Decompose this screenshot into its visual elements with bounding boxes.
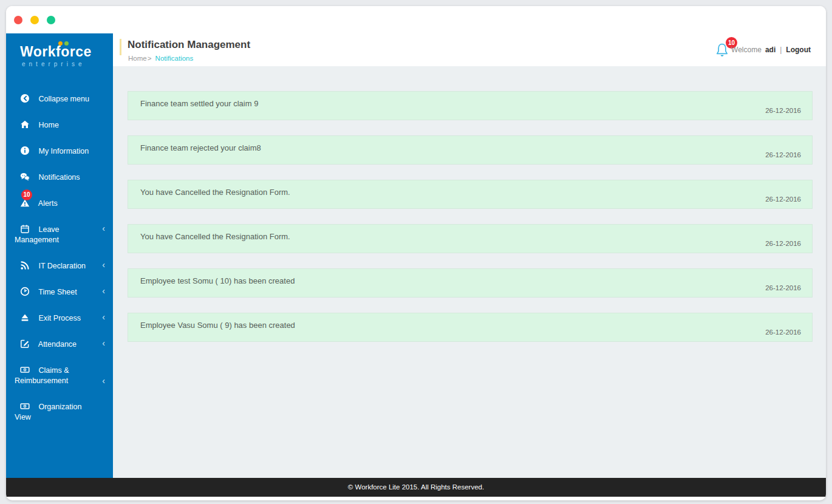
sidebar-item-label: Home (38, 121, 58, 129)
notification-card[interactable]: Finance team settled your claim 9 26-12-… (128, 91, 813, 120)
sidebar-item-it-declaration[interactable]: IT Declaration ‹ (6, 253, 113, 279)
sidebar: Workforce enterprise Collapse menu Home … (6, 33, 113, 478)
sidebar-item-label: My Information (38, 147, 89, 155)
sidebar-item-home[interactable]: Home (6, 112, 113, 138)
app-header: Notification Management Home> Notificati… (113, 33, 826, 66)
notification-message: You have Cancelled the Resignation Form. (140, 188, 290, 197)
sidebar-item-notifications[interactable]: Notifications (6, 164, 113, 190)
collapse-icon (20, 94, 30, 103)
chevron-left-icon: ‹ (102, 312, 105, 322)
notification-date: 26-12-2016 (765, 329, 801, 336)
sidebar-item-time-sheet[interactable]: Time Sheet ‹ (6, 279, 113, 305)
sidebar-item-label: Time Sheet (38, 288, 77, 296)
notification-card[interactable]: Finance team rejected your claim8 26-12-… (128, 135, 813, 165)
welcome-label: Welcome (731, 46, 762, 54)
clock-icon (20, 287, 30, 296)
notification-message: You have Cancelled the Resignation Form. (140, 232, 290, 241)
minimize-window-button[interactable] (30, 16, 39, 24)
info-icon (20, 146, 30, 155)
sidebar-item-label: Collapse menu (38, 95, 89, 103)
notification-message: Finance team rejected your claim8 (140, 143, 261, 152)
logo-orange-dot-icon (58, 41, 63, 46)
notification-card[interactable]: You have Cancelled the Resignation Form.… (128, 224, 813, 253)
notification-date: 26-12-2016 (765, 196, 801, 203)
chevron-left-icon: ‹ (102, 223, 105, 234)
username-link[interactable]: adi (765, 46, 776, 54)
notification-card[interactable]: Employee Vasu Somu ( 9) has been created… (128, 313, 813, 342)
notification-bell-button[interactable]: 10 (714, 42, 732, 61)
sidebar-menu: Collapse menu Home My Information Notifi… (6, 86, 113, 430)
breadcrumb-current[interactable]: Notifications (155, 55, 194, 62)
notification-message: Employee Vasu Somu ( 9) has been created (140, 321, 295, 330)
logo-text: Workforce (20, 44, 92, 60)
sidebar-item-label: Alerts (38, 199, 58, 208)
breadcrumb-separator: > (148, 55, 152, 62)
home-icon (20, 120, 30, 129)
notification-message: Employee test Somu ( 10) has been create… (140, 276, 295, 285)
notification-date: 26-12-2016 (765, 284, 801, 291)
alerts-badge: 10 (21, 189, 32, 200)
sidebar-item-alerts[interactable]: 10 Alerts (6, 190, 113, 216)
sidebar-item-collapse-menu[interactable]: Collapse menu (6, 86, 113, 112)
notification-card[interactable]: Employee test Somu ( 10) has been create… (128, 268, 813, 298)
sidebar-item-leave-management[interactable]: Leave Management ‹ (6, 216, 113, 253)
logo-tagline: enterprise (22, 61, 113, 67)
copyright-text: © Workforce Lite 2015. All Rights Reserv… (348, 483, 484, 491)
maximize-window-button[interactable] (47, 16, 55, 24)
sidebar-item-claims-reimbursement[interactable]: Claims & Reimbursement ‹ (6, 357, 113, 393)
sidebar-item-label: IT Declaration (38, 262, 86, 270)
sidebar-item-organization-view[interactable]: Organization View (6, 393, 113, 430)
money-icon (20, 401, 30, 411)
app-footer: © Workforce Lite 2015. All Rights Reserv… (6, 478, 826, 497)
sidebar-item-exit-process[interactable]: Exit Process ‹ (6, 305, 113, 331)
notification-date: 26-12-2016 (765, 107, 801, 114)
notification-list: Finance team settled your claim 9 26-12-… (113, 66, 826, 342)
notification-card[interactable]: You have Cancelled the Resignation Form.… (128, 180, 813, 209)
page-title: Notification Management (128, 39, 250, 51)
logo-green-dot-icon (64, 41, 69, 46)
sidebar-item-label: Exit Process (38, 314, 80, 322)
calendar-icon (20, 224, 30, 234)
window-chrome (6, 6, 826, 33)
notification-message: Finance team settled your claim 9 (140, 99, 258, 108)
sidebar-item-label: Attendance (38, 340, 77, 349)
user-area: Welcome adi | Logout (731, 33, 811, 66)
eject-icon (20, 313, 30, 322)
browser-window: Workforce enterprise Collapse menu Home … (6, 6, 826, 500)
chevron-left-icon: ‹ (102, 286, 105, 296)
chevron-left-icon: ‹ (102, 260, 105, 270)
sidebar-item-label: Notifications (38, 173, 80, 182)
main-content: Finance team settled your claim 9 26-12-… (113, 66, 826, 478)
chevron-left-icon: ‹ (102, 338, 105, 349)
money-icon (20, 365, 30, 375)
sidebar-item-my-information[interactable]: My Information (6, 138, 113, 164)
user-divider: | (780, 46, 782, 54)
notification-date: 26-12-2016 (765, 151, 801, 158)
logo: Workforce enterprise (6, 33, 113, 67)
rss-icon (20, 261, 30, 270)
chevron-left-icon: ‹ (102, 376, 105, 386)
logo-name: Workforce (20, 44, 92, 60)
edit-icon (20, 339, 30, 349)
logout-link[interactable]: Logout (786, 46, 811, 54)
notification-date: 26-12-2016 (765, 240, 801, 247)
title-accent-bar (120, 39, 121, 55)
breadcrumb-home[interactable]: Home (128, 55, 147, 62)
sidebar-item-attendance[interactable]: Attendance ‹ (6, 331, 113, 357)
breadcrumb: Home> Notifications (128, 55, 193, 62)
close-window-button[interactable] (14, 16, 22, 24)
chat-bubbles-icon (20, 172, 30, 182)
